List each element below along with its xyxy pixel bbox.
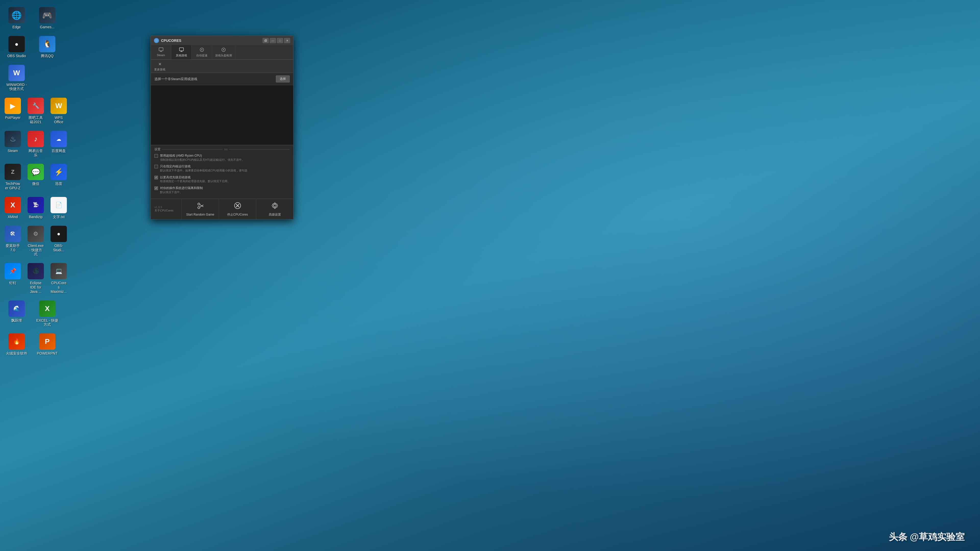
icons-row-3: W WINWORD - 快捷方式 [3,63,64,94]
close-btn[interactable]: ✕ [284,38,290,43]
desktop-icon-obs[interactable]: ● OBS Studio [3,34,30,60]
icons-row-4: ▶ PotPlayer 🔧 图吧工具箱2021 W WPS Office [3,96,64,126]
tab-more-label: 更多游戏 [154,68,165,71]
checkbox-isolate[interactable] [154,186,158,190]
advanced-settings-button[interactable]: 高级设置 [256,199,293,219]
version-text: v1.9.9 [154,206,178,209]
potplayer-icon: ▶ [5,98,21,114]
restore-btn[interactable] [262,38,269,43]
footer-version: v1.9.9 关于CPUCores [151,199,181,219]
svg-rect-7 [180,48,183,51]
desktop-icon-fire[interactable]: 🔥 火绒安全软件 [3,331,30,358]
desktop-icon-ppt[interactable]: P POWERPNT [33,331,61,358]
svg-point-13 [223,49,224,50]
desktop-icon-obs3[interactable]: ● OBS-Studi... [48,224,69,259]
cpucores-logo-icon [155,39,158,42]
checkbox-high-priority[interactable] [154,176,158,179]
desktop-icon-clientexe[interactable]: ⚙ Client.exe - 快捷方式 [25,224,46,259]
cpucores-label: CPUCores Maximiz... [51,281,67,294]
stop-x-icon [234,202,242,210]
stop-cpucores-label: 停止CPUCores [227,213,248,217]
random-game-label: Start Random Game [186,213,214,216]
random-game-button[interactable]: Start Random Game [181,199,219,219]
app-select-label: 选择一个非Steam应用或游戏 [154,77,197,81]
desktop-icon-wps[interactable]: W WPS Office [48,96,69,126]
desktop-icon-piaoyue[interactable]: 🌊 飘跃埋 [3,299,30,329]
browse-button[interactable]: 选择 [276,76,290,83]
games-label: Games... [40,25,55,29]
desktop-icon-txt[interactable]: 📄 文字.txt [48,195,69,221]
obs3-label: OBS-Studi... [51,244,67,252]
excel-icon: X [39,300,56,317]
setting-title-run-cores: 只在指定内核运行游戏 [160,164,247,168]
tab-steam-label: Steam [157,54,165,57]
tab-boost-icon [199,47,205,53]
qq-label: 腾讯QQ [41,54,54,58]
setting-row-run-cores: 只在指定内核运行游戏 默认情况下不选中。如果要启动单线程或CPU使用最小的游戏，… [154,164,290,172]
eclipse-icon: 🌑 [27,263,44,279]
setting-row-high-priority: 以更高优先级启动游戏 给游戏指定一个更高的处理器优先级。默认情况下启用。 [154,175,290,183]
desktop-icon-dingding[interactable]: 📌 钉钉 [3,261,23,295]
about-link[interactable]: 关于CPUCores [154,209,178,213]
huhu-label: 图吧工具箱2021 [27,116,44,124]
setting-desc-disable-ht: 强制游戏以混分配的CPU内核以及无HT(超运输)运行。优先不选中。 [160,158,245,162]
svg-point-1 [156,40,157,41]
desktop-icon-baidu[interactable]: ☁ 百度网盘 [48,129,69,159]
tab-boost[interactable]: 自动提速 [192,45,212,59]
wechat-label: 微信 [32,182,39,186]
steam-label: Steam [8,149,18,153]
stop-cpucores-button[interactable]: 停止CPUCores [219,199,256,219]
desktop-icon-xunlei[interactable]: ⚡ 迅雷 [48,162,69,192]
wechat-icon: 💬 [27,164,44,180]
window-titlebar: CPUCORES — □ ✕ [151,36,293,45]
bandizip-label: Bandizip [29,215,43,219]
desktop-icon-cpucores[interactable]: 💻 CPUCores Maximiz... [48,261,69,295]
wps-icon: W [51,98,67,114]
desktop-icon-potplayer[interactable]: ▶ PotPlayer [3,96,23,126]
game-list-area[interactable] [151,85,293,145]
txt-label: 文字.txt [53,215,65,219]
steam-app-icon: ♨ [5,131,21,147]
tab-detect[interactable]: 游戏头盔检测 [212,45,235,59]
desktop-icon-huhu[interactable]: 🔧 图吧工具箱2021 [25,96,46,126]
desktop-icon-games[interactable]: 🎮 Games... [33,5,61,32]
desktop-icon-anysuo[interactable]: 🛠 爱莫助手7.0 [3,224,23,259]
maximize-btn[interactable]: □ [277,38,283,43]
window-tabs-row2: ✕ 更多游戏 [151,60,293,73]
gear-icon [271,202,279,210]
settings-header: 设置 ≡≡ [154,147,290,151]
desktop-icon-winword[interactable]: W WINWORD - 快捷方式 [3,63,30,94]
detect-icon [221,47,226,52]
desktop-icon-bandizip[interactable]: 🗜 Bandizip [25,195,46,221]
svg-point-21 [274,204,276,207]
fire-label: 火绒安全软件 [6,351,27,356]
minimize-btn[interactable]: — [270,38,276,43]
checkbox-run-cores[interactable] [154,165,158,168]
techpower-icon: Z [5,164,21,180]
window-title: CPUCORES [161,38,181,43]
tab-other-games[interactable]: 其他游戏 [171,45,192,59]
baidu-label: 百度网盘 [52,149,66,153]
desktop-icon-techpower[interactable]: Z TechPower GPU-Z [3,162,23,192]
setting-desc-isolate: 默认情况下选中。 [160,190,203,194]
tab-more[interactable]: ✕ 更多游戏 [151,60,169,73]
tab-steam[interactable]: Steam [151,45,171,59]
desktop-icon-music[interactable]: ♪ 网易云音乐 [25,129,46,159]
desktop-icon-xmind[interactable]: X XMind [3,195,23,221]
desktop-icon-wechat[interactable]: 💬 微信 [25,162,46,192]
setting-text-disable-ht: 禁用超线程 (AMD Ryzen CPU) 强制游戏以混分配的CPU内核以及无H… [160,154,245,162]
setting-title-disable-ht: 禁用超线程 (AMD Ryzen CPU) [160,154,245,158]
desktop-icon-excel[interactable]: X EXCEL - 快捷方式 [33,299,61,329]
desktop-icon-edge[interactable]: 🌐 Edge [3,5,30,32]
setting-text-isolate: 对你的操作系统进行隔离和限制 默认情况下选中。 [160,186,203,194]
desktop-icon-steam[interactable]: ♨ Steam [3,129,23,159]
anysuo-label: 爱莫助手7.0 [5,244,21,252]
settings-section: 设置 ≡≡ 禁用超线程 (AMD Ryzen CPU) 强制游戏以混分配的CPU… [151,145,293,199]
icons-row-6: Z TechPower GPU-Z 💬 微信 ⚡ 迅雷 [3,162,64,192]
desktop-icon-qq[interactable]: 🐧 腾讯QQ [33,34,61,60]
techpower-label: TechPower GPU-Z [5,182,21,190]
desktop-icon-eclipse[interactable]: 🌑 Eclipse IDE for Java ... [25,261,46,295]
edge-label: Edge [13,25,21,29]
icons-row-2: ● OBS Studio 🐧 腾讯QQ [3,34,64,60]
checkbox-disable-ht[interactable] [154,154,158,158]
